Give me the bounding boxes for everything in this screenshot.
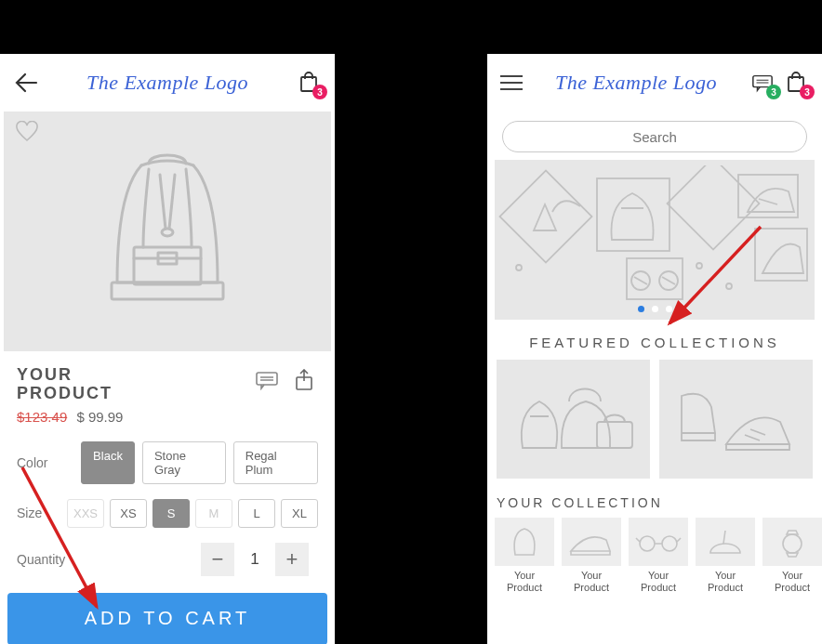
qty-decrease-button[interactable]: −: [201, 543, 234, 576]
product-name: YourProduct: [629, 570, 688, 594]
svg-point-18: [696, 263, 702, 269]
storefront-screen: The Example Logo 3 3: [487, 54, 822, 644]
carousel-dots: [495, 306, 815, 312]
color-label: Color: [17, 455, 72, 470]
product-title-line1: YOUR: [17, 366, 244, 385]
product-name: YourProduct: [562, 570, 621, 594]
back-button[interactable]: [13, 70, 39, 96]
svg-point-19: [726, 283, 732, 289]
product-card[interactable]: YourProduct: [495, 518, 554, 594]
featured-card-shoes[interactable]: [659, 360, 813, 479]
svg-rect-11: [668, 165, 760, 249]
svg-point-17: [516, 265, 522, 270]
product-card[interactable]: YourProduct: [629, 518, 688, 594]
size-option-l[interactable]: L: [238, 499, 275, 528]
product-image: [4, 112, 331, 353]
color-option-stone-gray[interactable]: Stone Gray: [142, 441, 226, 484]
cart-badge: 3: [312, 85, 327, 99]
product-card[interactable]: YourProduct: [696, 518, 755, 594]
svg-point-22: [662, 536, 677, 551]
product-title-line2: PRODUCT: [17, 385, 244, 403]
chat-button[interactable]: 3: [749, 70, 776, 96]
svg-point-21: [640, 536, 655, 551]
add-to-cart-button[interactable]: ADD TO CART: [7, 593, 327, 644]
favorite-button[interactable]: [15, 121, 39, 147]
product-name: YourProduct: [696, 570, 755, 594]
svg-rect-5: [257, 373, 277, 385]
size-label: Size: [17, 506, 58, 520]
product-name: YourProduct: [495, 570, 554, 594]
color-option-regal-plum[interactable]: Regal Plum: [233, 441, 318, 484]
featured-card-bags[interactable]: [497, 360, 650, 479]
size-option-xxs: XXS: [67, 499, 104, 528]
bags-icon: [504, 368, 643, 470]
cart-button[interactable]: 3: [783, 70, 809, 96]
price-old: $123.49: [17, 409, 67, 425]
product-detail-screen: The Example Logo 3 YO: [0, 54, 335, 644]
price-new: $ 99.99: [76, 409, 123, 425]
product-card[interactable]: YourProduct: [562, 518, 621, 594]
qty-increase-button[interactable]: +: [275, 543, 309, 576]
size-option-xs[interactable]: XS: [110, 499, 147, 528]
carousel-dot-1[interactable]: [638, 306, 644, 312]
product-thumb-icon: [762, 518, 822, 566]
menu-button[interactable]: [500, 75, 523, 90]
header: The Example Logo 3: [0, 54, 335, 112]
collection-products: YourProductYourProductYourProductYourPro…: [487, 518, 822, 594]
product-thumb-icon: [696, 518, 755, 566]
svg-rect-20: [597, 422, 632, 448]
banner-artwork-icon: [497, 165, 813, 314]
cart-button[interactable]: 3: [296, 70, 322, 96]
color-option-black[interactable]: Black: [81, 441, 135, 484]
svg-rect-14: [627, 258, 683, 299]
qty-value: 1: [238, 550, 272, 569]
svg-point-23: [783, 534, 802, 553]
chat-badge: 3: [766, 85, 781, 99]
size-row: Size XXSXSSMLXL: [0, 492, 335, 535]
featured-collections: [487, 360, 822, 479]
product-card[interactable]: YourProduct: [762, 518, 822, 594]
search-input[interactable]: [502, 121, 807, 152]
share-button[interactable]: [290, 366, 318, 394]
product-thumb-icon: [495, 518, 554, 566]
quantity-label: Quantity: [17, 552, 82, 567]
cart-badge: 3: [800, 85, 815, 99]
collection-title: YOUR COLLECTION: [487, 479, 822, 518]
svg-point-1: [162, 229, 173, 236]
chat-button[interactable]: [253, 366, 281, 394]
size-option-s[interactable]: S: [152, 499, 190, 528]
size-option-m: M: [195, 499, 232, 528]
product-name: YourProduct: [762, 570, 822, 594]
shoes-icon: [667, 368, 806, 470]
color-row: Color BlackStone GrayRegal Plum: [0, 434, 335, 492]
product-thumb-icon: [629, 518, 688, 566]
quantity-row: Quantity − 1 +: [0, 535, 335, 584]
brand-logo: The Example Logo: [46, 71, 288, 95]
header: The Example Logo 3 3: [487, 54, 822, 112]
carousel-dot-2[interactable]: [652, 306, 658, 312]
backpack-icon: [93, 143, 242, 320]
featured-title: FEATURED COLLECTIONS: [487, 320, 822, 360]
product-thumb-icon: [562, 518, 621, 566]
hero-banner[interactable]: [495, 160, 815, 320]
svg-rect-9: [500, 171, 592, 263]
brand-logo: The Example Logo: [530, 71, 742, 95]
size-option-xl[interactable]: XL: [281, 499, 318, 528]
carousel-dot-3[interactable]: [666, 306, 672, 312]
product-info: YOUR PRODUCT $123.49 $ 99.99: [0, 353, 335, 434]
